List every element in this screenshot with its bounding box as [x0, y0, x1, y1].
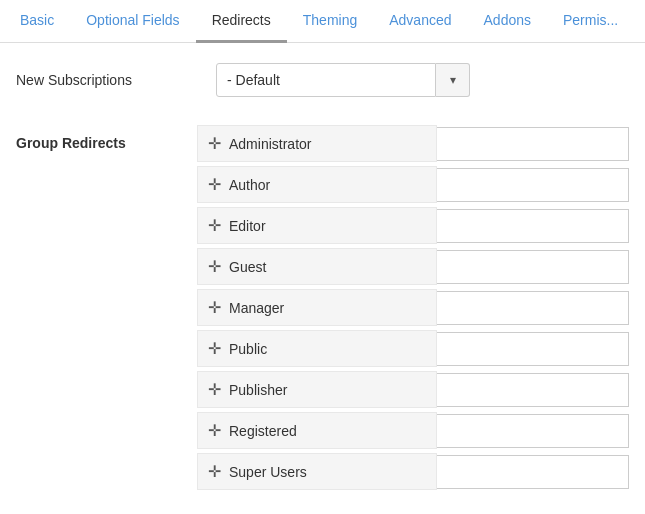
table-row: ✛Publisher [197, 371, 629, 408]
group-label-super-users: Super Users [229, 464, 307, 480]
drag-handle-icon[interactable]: ✛ [208, 421, 221, 440]
drag-handle-icon[interactable]: ✛ [208, 380, 221, 399]
group-name-publisher[interactable]: ✛Publisher [197, 371, 437, 408]
group-redirect-input-public[interactable] [437, 332, 629, 366]
group-redirect-input-editor[interactable] [437, 209, 629, 243]
drag-handle-icon[interactable]: ✛ [208, 339, 221, 358]
tab-advanced[interactable]: Advanced [373, 0, 467, 43]
drag-handle-icon[interactable]: ✛ [208, 134, 221, 153]
group-redirect-input-manager[interactable] [437, 291, 629, 325]
table-row: ✛Editor [197, 207, 629, 244]
group-label-editor: Editor [229, 218, 266, 234]
group-label-public: Public [229, 341, 267, 357]
group-name-guest[interactable]: ✛Guest [197, 248, 437, 285]
group-name-registered[interactable]: ✛Registered [197, 412, 437, 449]
group-name-author[interactable]: ✛Author [197, 166, 437, 203]
tab-optional-fields[interactable]: Optional Fields [70, 0, 195, 43]
drag-handle-icon[interactable]: ✛ [208, 216, 221, 235]
group-label-publisher: Publisher [229, 382, 287, 398]
group-label-author: Author [229, 177, 270, 193]
select-dropdown-arrow[interactable]: ▾ [436, 63, 470, 97]
group-name-manager[interactable]: ✛Manager [197, 289, 437, 326]
group-label-administrator: Administrator [229, 136, 311, 152]
table-row: ✛Public [197, 330, 629, 367]
group-label-manager: Manager [229, 300, 284, 316]
drag-handle-icon[interactable]: ✛ [208, 462, 221, 481]
group-name-administrator[interactable]: ✛Administrator [197, 125, 437, 162]
group-redirect-input-registered[interactable] [437, 414, 629, 448]
tab-bar: BasicOptional FieldsRedirectsThemingAdva… [0, 0, 645, 43]
group-name-super-users[interactable]: ✛Super Users [197, 453, 437, 490]
group-redirects-section: Group Redirects ✛Administrator✛Author✛Ed… [16, 125, 629, 494]
main-content: New Subscriptions - Default ▾ Group Redi… [0, 43, 645, 514]
new-subscriptions-select[interactable]: - Default [216, 63, 436, 97]
group-redirect-input-administrator[interactable] [437, 127, 629, 161]
tab-theming[interactable]: Theming [287, 0, 373, 43]
table-row: ✛Super Users [197, 453, 629, 490]
group-name-editor[interactable]: ✛Editor [197, 207, 437, 244]
group-redirect-input-super-users[interactable] [437, 455, 629, 489]
tab-permissions[interactable]: Permis... [547, 0, 634, 43]
tab-addons[interactable]: Addons [468, 0, 547, 43]
new-subscriptions-label: New Subscriptions [16, 72, 216, 88]
table-row: ✛Registered [197, 412, 629, 449]
group-redirect-input-publisher[interactable] [437, 373, 629, 407]
group-label-guest: Guest [229, 259, 266, 275]
group-redirect-input-author[interactable] [437, 168, 629, 202]
group-redirect-input-guest[interactable] [437, 250, 629, 284]
tab-redirects[interactable]: Redirects [196, 0, 287, 43]
group-name-public[interactable]: ✛Public [197, 330, 437, 367]
group-redirects-table: ✛Administrator✛Author✛Editor✛Guest✛Manag… [197, 125, 629, 494]
table-row: ✛Author [197, 166, 629, 203]
table-row: ✛Guest [197, 248, 629, 285]
dropdown-arrow-icon: ▾ [450, 73, 456, 87]
new-subscriptions-row: New Subscriptions - Default ▾ [16, 63, 629, 97]
group-redirects-label: Group Redirects [16, 125, 197, 494]
table-row: ✛Manager [197, 289, 629, 326]
drag-handle-icon[interactable]: ✛ [208, 298, 221, 317]
table-row: ✛Administrator [197, 125, 629, 162]
drag-handle-icon[interactable]: ✛ [208, 257, 221, 276]
group-label-registered: Registered [229, 423, 297, 439]
new-subscriptions-select-wrapper: - Default ▾ [216, 63, 470, 97]
tab-basic[interactable]: Basic [4, 0, 70, 43]
drag-handle-icon[interactable]: ✛ [208, 175, 221, 194]
